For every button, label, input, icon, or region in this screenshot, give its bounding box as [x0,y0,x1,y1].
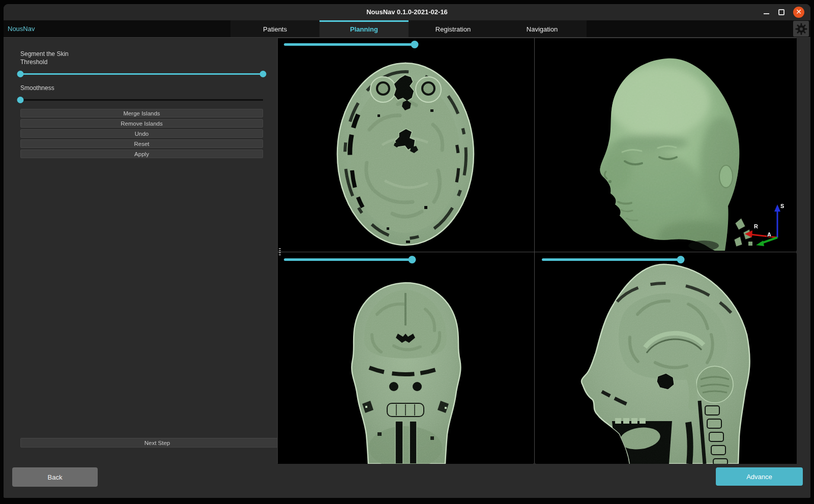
axial-slider-fill [284,43,415,46]
maximize-button[interactable] [778,9,784,15]
tab-strip: Patients Planning Registration Navigatio… [230,20,587,37]
threshold-fill [20,73,263,75]
superior-axis-arrow [774,204,780,212]
threshold-high-handle[interactable] [260,71,267,77]
settings-button[interactable] [793,21,809,37]
sagittal-slice-image[interactable] [536,253,797,464]
smoothness-track [20,99,263,101]
tab-registration[interactable]: Registration [409,20,498,37]
undo-button[interactable]: Undo [20,129,263,138]
smoothness-label: Smoothness [20,84,263,92]
section-title: Segment the Skin [20,50,263,58]
smoothness-slider[interactable] [20,97,263,103]
tab-navigation[interactable]: Navigation [498,20,587,37]
window-controls: ✕ [764,4,804,20]
gear-icon [795,23,807,35]
sagittal-slice-slider[interactable] [542,256,790,263]
left-panel: Segment the Skin Threshold Smoothness Me… [4,38,277,463]
threshold-label: Threshold [20,58,263,66]
axial-slider-handle[interactable] [411,41,419,48]
orientation-axes: S R A [741,200,788,247]
desktop-background: NousNav 0.1.0-2021-02-16 ✕ NousNav Patie… [0,0,814,504]
splitter-grip[interactable] [279,248,281,256]
coronal-slider-fill [284,258,412,261]
sagittal-view[interactable] [536,253,797,464]
tab-planning[interactable]: Planning [319,20,409,37]
threshold-range-slider[interactable] [20,71,263,77]
window-title: NousNav 0.1.0-2021-02-16 [4,4,810,20]
main-content: Segment the Skin Threshold Smoothness Me… [4,37,810,498]
coronal-slice-slider[interactable] [284,256,526,263]
coronal-view[interactable] [278,253,533,464]
merge-islands-button[interactable]: Merge Islands [20,109,263,117]
sagittal-slider-handle[interactable] [677,256,684,263]
close-button[interactable]: ✕ [793,7,804,18]
axial-slice-image[interactable] [278,38,533,251]
app-brand: NousNav [8,20,35,37]
anterior-axis-arrow [756,241,764,246]
segmentation-buttons: Merge Islands Remove Islands Undo Reset … [20,109,263,158]
smoothness-handle[interactable] [17,97,24,103]
app-window: NousNav 0.1.0-2021-02-16 ✕ NousNav Patie… [4,4,810,498]
threshold-low-handle[interactable] [17,71,24,77]
minimize-button[interactable] [764,9,770,15]
viewport-horizontal-divider[interactable] [278,252,796,252]
advance-button[interactable]: Advance [716,467,803,486]
axial-view[interactable] [278,38,533,251]
axis-label-s: S [780,203,784,209]
next-step-button[interactable]: Next Step [20,438,294,448]
tab-patients[interactable]: Patients [230,20,319,37]
main-tab-bar: NousNav Patients Planning Registration N… [4,20,810,37]
remove-islands-button[interactable]: Remove Islands [20,119,263,128]
axis-label-a: A [767,231,771,238]
right-axis-arrow [745,230,752,238]
apply-button[interactable]: Apply [20,150,263,158]
threed-view[interactable]: S R A [536,38,797,251]
coronal-slider-handle[interactable] [409,256,416,263]
axial-slice-slider[interactable] [284,41,526,48]
sagittal-slider-fill [542,258,681,261]
reset-button[interactable]: Reset [20,139,263,148]
axis-label-r: R [754,223,758,229]
coronal-slice-image[interactable] [278,253,533,464]
back-button[interactable]: Back [12,467,98,487]
viewport-vertical-divider[interactable] [534,38,535,463]
viewport-grid: S R A [277,38,796,463]
titlebar[interactable]: NousNav 0.1.0-2021-02-16 ✕ [4,4,810,20]
